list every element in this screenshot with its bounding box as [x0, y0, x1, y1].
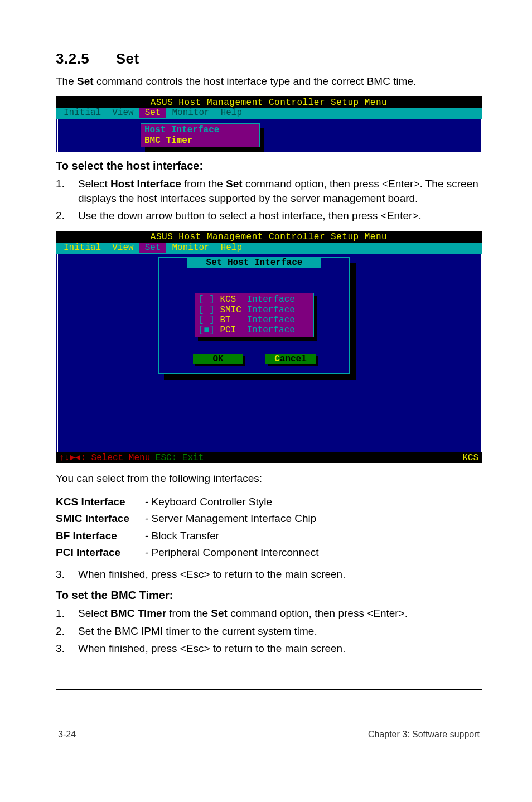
- step-2: 2. Use the down arrow button to select a…: [56, 209, 482, 223]
- interface-options: [ ] KCS Interface [ ] SMIC Interface [ ]…: [195, 293, 314, 337]
- b2text: Set the BMC IPMI timer to the current sy…: [78, 624, 482, 639]
- menu2-monitor: Monitor: [166, 243, 215, 253]
- after-term2-text: You can select from the following interf…: [56, 471, 482, 486]
- opt-kcs: [ ] KCS Interface: [199, 294, 310, 305]
- b1text: Select BMC Timer from the Set command op…: [78, 606, 482, 621]
- subheading-host-interface: To select the host interface:: [56, 160, 482, 172]
- opt-pci: [■] PCI Interface: [199, 325, 310, 335]
- term2-menubar: Initial View Set Monitor Help: [56, 243, 482, 254]
- menu2-view: View: [107, 243, 139, 253]
- steps-bmc-timer: 1. Select BMC Timer from the Set command…: [56, 606, 482, 656]
- term2-body: Set Host Interface [ ] KCS Interface [ ]…: [56, 254, 482, 452]
- term1-title: ASUS Host Management Controller Setup Me…: [56, 96, 482, 108]
- dialog-buttons: OK Cancel: [159, 354, 349, 364]
- step1-text: Select Host Interface from the Set comma…: [78, 177, 482, 205]
- dialog-title: Set Host Interface: [187, 257, 321, 268]
- menu2-set: Set: [139, 243, 167, 253]
- s1p: Select: [78, 178, 110, 190]
- def-smic: SMIC Interface- Server Management Interf…: [56, 510, 482, 527]
- step2-num: 2.: [56, 209, 78, 223]
- step-3: 3. When finished, press <Esc> to return …: [56, 567, 482, 582]
- s1m: from the: [181, 178, 226, 190]
- b2num: 2.: [56, 624, 78, 639]
- set-submenu: Host Interface BMC Timer: [141, 123, 260, 147]
- menu-monitor: Monitor: [166, 108, 215, 118]
- term1-body: Host Interface BMC Timer: [56, 119, 482, 152]
- s1b1: Host Interface: [110, 178, 181, 190]
- section-heading: 3.2.5 Set: [56, 50, 482, 67]
- term1-menubar: Initial View Set Monitor Help: [56, 108, 482, 119]
- menu2-help: Help: [215, 243, 248, 253]
- status-nav-hint: ↑↓►◄: Select Menu: [59, 453, 156, 463]
- intro-bold: Set: [77, 75, 94, 87]
- def-pci: PCI Interface- Peripheral Component Inte…: [56, 544, 482, 561]
- cancel-button: Cancel: [265, 354, 316, 364]
- term2-statusbar: ↑↓►◄: Select Menu ESC: Exit KCS: [56, 452, 482, 463]
- menu2-initial: Initial: [58, 243, 107, 253]
- status-right: KCS: [462, 453, 478, 463]
- step2-text: Use the down arrow button to select a ho…: [78, 209, 482, 223]
- step-1: 1. Select Host Interface from the Set co…: [56, 177, 482, 205]
- menu-initial: Initial: [58, 108, 107, 118]
- step3-text: When finished, press <Esc> to return to …: [78, 567, 482, 582]
- status-left: ↑↓►◄: Select Menu ESC: Exit: [59, 453, 204, 463]
- submenu-bmc-timer: BMC Timer: [144, 136, 256, 146]
- step3-num: 3.: [56, 567, 78, 582]
- opt-bt: [ ] BT Interface: [199, 315, 310, 325]
- cancel-hotkey: C: [274, 354, 280, 364]
- intro-pre: The: [56, 75, 77, 87]
- step3-wrapper: 3. When finished, press <Esc> to return …: [56, 567, 482, 582]
- page-footer: 3-24 Chapter 3: Software support: [56, 729, 482, 740]
- opt-smic: [ ] SMIC Interface: [199, 305, 310, 315]
- bmc-step-1: 1. Select BMC Timer from the Set command…: [56, 606, 482, 621]
- submenu-host-interface: Host Interface: [144, 125, 256, 135]
- ok-button: OK: [193, 354, 243, 364]
- def-bf: BF Interface- Block Transfer: [56, 528, 482, 544]
- terminal-screenshot-1: ASUS Host Management Controller Setup Me…: [56, 96, 482, 152]
- footer-chapter: Chapter 3: Software support: [368, 729, 480, 740]
- b3text: When finished, press <Esc> to return to …: [78, 641, 482, 656]
- page-body: 3.2.5 Set The Set command controls the h…: [0, 0, 532, 762]
- host-interface-dialog: Set Host Interface [ ] KCS Interface [ ]…: [158, 257, 350, 374]
- interface-definitions: KCS Interface- Keyboard Controller Style…: [56, 494, 482, 562]
- subheading-bmc-timer: To set the BMC Timer:: [56, 589, 482, 602]
- status-esc-hint: ESC: Exit: [156, 453, 204, 463]
- section-title: Set: [116, 50, 139, 67]
- bmc-step-2: 2. Set the BMC IPMI timer to the current…: [56, 624, 482, 639]
- steps-host-interface: 1. Select Host Interface from the Set co…: [56, 177, 482, 223]
- footer-rule: [56, 689, 482, 690]
- b3num: 3.: [56, 641, 78, 656]
- s1b2: Set: [226, 178, 243, 190]
- footer-page-number: 3-24: [58, 729, 76, 740]
- menu-view: View: [107, 108, 139, 118]
- intro-paragraph: The Set command controls the host interf…: [56, 74, 482, 89]
- step1-num: 1.: [56, 177, 78, 205]
- def-kcs: KCS Interface- Keyboard Controller Style: [56, 494, 482, 510]
- terminal-screenshot-2: ASUS Host Management Controller Setup Me…: [56, 231, 482, 463]
- bmc-step-3: 3. When finished, press <Esc> to return …: [56, 641, 482, 656]
- term2-title: ASUS Host Management Controller Setup Me…: [56, 231, 482, 242]
- b1num: 1.: [56, 606, 78, 621]
- section-number: 3.2.5: [56, 50, 112, 67]
- menu-set: Set: [139, 108, 167, 118]
- intro-post: command controls the host interface type…: [94, 75, 417, 87]
- menu-help: Help: [215, 108, 248, 118]
